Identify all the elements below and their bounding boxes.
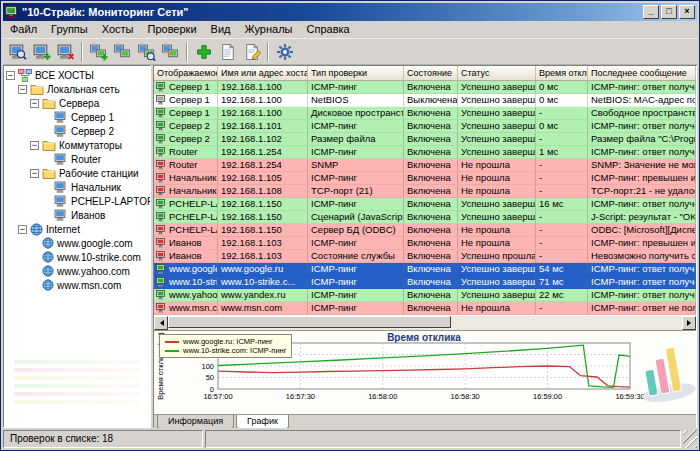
tree-item-workstations[interactable]: −Рабочие станции (4, 166, 150, 180)
table-row[interactable]: Router192.168.1.254ICMP-пингВключенаУспе… (154, 146, 696, 159)
column-header-status[interactable]: Статус (458, 66, 536, 80)
display-name-cell: Router (154, 146, 218, 158)
check-type-cell: ICMP-пинг (308, 302, 404, 314)
scroll-right-button[interactable] (682, 316, 696, 330)
toolbar-separator (81, 42, 83, 62)
tree-item-router[interactable]: Router (4, 152, 150, 166)
tab-graph[interactable]: График (236, 415, 289, 429)
collapse-icon[interactable]: − (30, 141, 39, 150)
scrollbar-thumb[interactable] (168, 316, 451, 328)
svg-text:16:57:30: 16:57:30 (286, 392, 315, 401)
table-row[interactable]: PCHELP-LAP...192.168.1.150ICMP-пингВключ… (154, 198, 696, 211)
table-row[interactable]: Иванов192.168.1.103Состояние службыВключ… (154, 250, 696, 263)
table-row[interactable]: Router192.168.1.254SNMPВключенаНе прошла… (154, 159, 696, 172)
column-header-display-name[interactable]: Отображаемое... (154, 66, 218, 80)
table-row[interactable]: www.10-strike...www.10-strike.c...ICMP-п… (154, 276, 696, 289)
collapse-icon[interactable]: − (6, 71, 15, 80)
host-status-green-icon (156, 82, 167, 93)
table-row[interactable]: Сервер 1192.168.1.100NetBIOSВыключенаУсп… (154, 94, 696, 107)
menu-hosts[interactable]: Хосты (95, 21, 141, 38)
svg-text:16:59:00: 16:59:00 (533, 392, 562, 401)
tree-item-server-1[interactable]: Сервер 1 (4, 110, 150, 124)
scan-network-button[interactable] (135, 41, 158, 63)
edit-check-button[interactable] (240, 41, 263, 63)
table-row[interactable]: PCHELP-LAP...192.168.1.150Сервер БД (ODB… (154, 224, 696, 237)
collapse-icon[interactable]: − (18, 225, 27, 234)
tree-item-servers[interactable]: −Сервера (4, 96, 150, 110)
settings-button[interactable] (273, 41, 296, 63)
response-time-chart-panel: Время отклика www.google.ru: ICMP-пингww… (154, 330, 696, 414)
column-header-response-time[interactable]: Время отклика (536, 66, 588, 80)
globe-small-icon (42, 265, 54, 277)
column-header-host-address[interactable]: Имя или адрес хоста (218, 66, 308, 80)
tree-item-boss[interactable]: Начальник (4, 180, 150, 194)
table-row[interactable]: Иванов192.168.1.103ICMP-пингВключенаНе п… (154, 237, 696, 250)
table-row[interactable]: Начальник192.168.1.108TCP-порт (21)Включ… (154, 185, 696, 198)
horizontal-scrollbar[interactable] (154, 315, 696, 330)
check-status-cell: Успешно заверши... (458, 120, 536, 132)
scroll-left-button[interactable] (154, 316, 168, 330)
table-row[interactable]: Сервер 2192.168.1.102Размер файлаВключен… (154, 133, 696, 146)
tree-item-server-2[interactable]: Сервер 2 (4, 124, 150, 138)
host-address-cell: www.10-strike.c... (218, 276, 308, 288)
table-row[interactable]: Начальник192.168.1.105ICMP-пингВключенаН… (154, 172, 696, 185)
tree-item-pchelp-laptop[interactable]: PCHELP-LAPTOP (4, 194, 150, 208)
tree-item-www-yahoo-com[interactable]: www.yahoo.com (4, 264, 150, 278)
tree-item-internet[interactable]: −Internet (4, 222, 150, 236)
collapse-icon[interactable]: − (30, 99, 39, 108)
tree-item-www-10-strike-com[interactable]: www.10-strike.com (4, 250, 150, 264)
add-host-icon (33, 43, 51, 61)
tree-item-ivanov[interactable]: Иванов (4, 208, 150, 222)
table-row[interactable]: www.msn.comwww.msn.comICMP-пингВключенаН… (154, 302, 696, 315)
table-row[interactable]: www.google.c...www.google.ruICMP-пингВкл… (154, 263, 696, 276)
statusbar: Проверок в списке: 18 (3, 428, 697, 448)
minimize-button[interactable]: _ (643, 5, 659, 19)
checks-table: Сервер 1192.168.1.100ICMP-пингВключенаУс… (154, 81, 696, 315)
collapse-icon[interactable]: − (30, 169, 39, 178)
check-type-cell: Сценарий (JavaScript) (308, 211, 404, 223)
table-row[interactable]: Сервер 2192.168.1.101ICMP-пингВключенаУс… (154, 120, 696, 133)
tree-item-label: Сервер 2 (71, 126, 114, 137)
menu-checks[interactable]: Проверки (140, 21, 203, 38)
group-list-button[interactable] (111, 41, 134, 63)
check-type-cell: ICMP-пинг (308, 237, 404, 249)
add-group-button[interactable] (87, 41, 110, 63)
menu-help[interactable]: Справка (300, 21, 357, 38)
add-check-button[interactable] (192, 41, 215, 63)
find-hosts-button[interactable] (6, 41, 29, 63)
tab-information[interactable]: Информация (157, 415, 234, 429)
tree-item-www-google-com[interactable]: www.google.com (4, 236, 150, 250)
close-button[interactable]: × (679, 5, 695, 19)
tree-item-switches[interactable]: −Коммутаторы (4, 138, 150, 152)
display-name-text: Начальник (169, 172, 216, 184)
column-header-state[interactable]: Состояние (404, 66, 458, 80)
menu-logs[interactable]: Журналы (237, 21, 299, 38)
table-row[interactable]: Сервер 1192.168.1.100Дисковое пространст… (154, 107, 696, 120)
add-host-button[interactable] (30, 41, 53, 63)
collapse-icon[interactable]: − (18, 85, 27, 94)
tree-item-local-network[interactable]: −Локальная сеть (4, 82, 150, 96)
column-header-last-message[interactable]: Последнее сообщение (588, 66, 696, 80)
tree-item-all-hosts[interactable]: −ВСЕ ХОСТЫ (4, 68, 150, 82)
menu-file[interactable]: Файл (3, 21, 44, 38)
table-row[interactable]: Сервер 1192.168.1.100ICMP-пингВключенаУс… (154, 81, 696, 94)
tree-item-www-msn-com[interactable]: www.msn.com (4, 278, 150, 292)
table-row[interactable]: PCHELP-LAP...192.168.1.150Сценарий (Java… (154, 211, 696, 224)
titlebar[interactable]: "10-Страйк: Мониторинг Сети" _□× (3, 3, 697, 21)
host-address-cell: 192.168.1.108 (218, 185, 308, 197)
host-address-cell: www.yandex.ru (218, 289, 308, 301)
response-time-cell: - (536, 250, 588, 262)
scrollbar-track[interactable] (168, 316, 682, 330)
check-log-button[interactable] (216, 41, 239, 63)
menu-view[interactable]: Вид (204, 21, 238, 38)
resize-grip[interactable] (683, 430, 697, 448)
check-type-cell: Размер файла (308, 133, 404, 145)
host-dependencies-button[interactable] (159, 41, 182, 63)
maximize-button[interactable]: □ (661, 5, 677, 19)
menu-groups[interactable]: Группы (44, 21, 95, 38)
table-row[interactable]: www.yahoo.c...www.yandex.ruICMP-пингВклю… (154, 289, 696, 302)
check-state-cell: Включена (404, 185, 458, 197)
delete-host-button[interactable] (54, 41, 77, 63)
column-header-check-type[interactable]: Тип проверки (308, 66, 404, 80)
host-address-cell: 192.168.1.100 (218, 94, 308, 106)
